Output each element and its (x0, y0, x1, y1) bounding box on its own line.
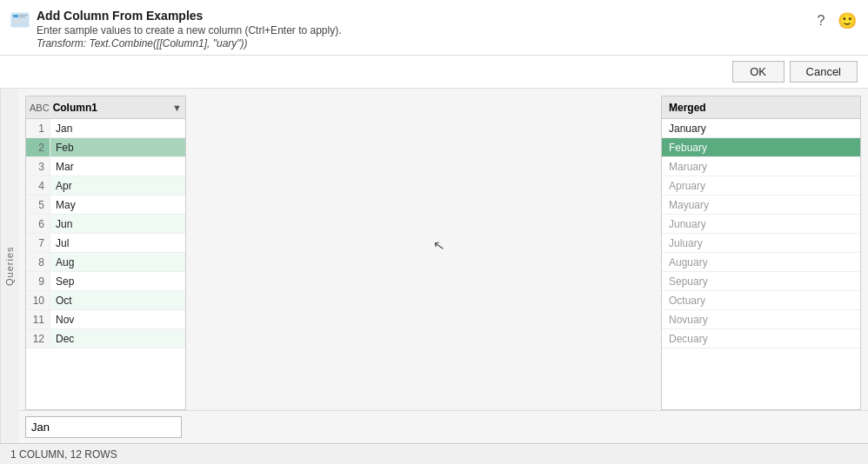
row-cell[interactable]: Sep (50, 275, 74, 288)
row-number: 12 (26, 329, 50, 348)
tables-area: ABC Column1 ▼ 1 Jan 2 Feb 3 Mar (18, 89, 868, 410)
empty-area: ↖ (186, 96, 661, 410)
dialog-subtitle: Enter sample values to create a new colu… (37, 24, 811, 36)
cancel-button[interactable]: Cancel (790, 61, 858, 83)
row-cell[interactable]: Mar (50, 161, 74, 173)
row-cell[interactable]: Feb (50, 142, 74, 154)
row-cell[interactable]: Jan (50, 123, 72, 135)
table-row: 3 Mar (26, 157, 185, 176)
row-cell[interactable]: Nov (50, 314, 74, 326)
right-table-row: Octuary (662, 291, 860, 310)
dialog-top-actions: ? 🙂 (811, 9, 858, 31)
row-cell[interactable]: Aug (50, 256, 74, 268)
right-table-row: Auguary (662, 253, 860, 272)
buttons-row: OK Cancel (0, 56, 868, 89)
row-cell[interactable]: Apr (50, 180, 72, 192)
status-bar: 1 COLUMN, 12 ROWS (0, 443, 868, 464)
right-table-row: January (662, 119, 860, 138)
column-type-icon: ABC (30, 103, 50, 113)
dialog-text: Add Column From Examples Enter sample va… (37, 9, 811, 50)
row-cell[interactable]: Oct (50, 295, 72, 307)
dialog-transform: Transform: Text.Combine([[Column1], "uar… (37, 37, 811, 50)
right-table-row: Juluary (662, 234, 860, 253)
row-number: 7 (26, 234, 50, 252)
left-table: ABC Column1 ▼ 1 Jan 2 Feb 3 Mar (25, 96, 186, 410)
input-area (18, 410, 868, 443)
table-row: 12 Dec (26, 329, 185, 348)
right-table-row: Novuary (662, 310, 860, 329)
row-cell[interactable]: Jul (50, 237, 69, 249)
row-number: 8 (26, 253, 50, 271)
right-table-row: Decuary (662, 329, 860, 348)
column-sort-icon[interactable]: ▼ (172, 103, 182, 113)
right-table-row: Apruary (662, 176, 860, 196)
right-table-header: Merged (662, 96, 860, 119)
table-row: 8 Aug (26, 253, 185, 272)
left-table-header: ABC Column1 ▼ (26, 96, 185, 119)
row-number: 2 (26, 138, 50, 156)
row-cell[interactable]: May (50, 199, 76, 211)
status-text: 1 COLUMN, 12 ROWS (10, 448, 117, 461)
help-icon[interactable]: ? (811, 10, 831, 31)
svg-rect-6 (13, 23, 22, 23)
cursor-icon: ↖ (431, 236, 445, 255)
row-number: 1 (26, 119, 50, 137)
example-input[interactable] (25, 416, 182, 438)
right-table-row: Junuary (662, 215, 860, 234)
right-table-row: Febuary (662, 138, 860, 157)
table-row: 6 Jun (26, 215, 185, 234)
svg-rect-2 (19, 15, 28, 16)
row-number: 4 (26, 176, 50, 195)
table-row: 4 Apr (26, 176, 185, 196)
table-row: 2 Feb (26, 138, 185, 157)
row-number: 10 (26, 291, 50, 309)
row-cell[interactable]: Dec (50, 333, 74, 345)
row-number: 5 (26, 196, 50, 214)
table-row: 10 Oct (26, 291, 185, 310)
right-table-row: Maruary (662, 157, 860, 176)
feedback-icon[interactable]: 🙂 (837, 10, 858, 31)
row-number: 9 (26, 272, 50, 290)
ok-button[interactable]: OK (732, 61, 785, 83)
svg-rect-5 (13, 21, 27, 22)
row-number: 3 (26, 157, 50, 176)
table-row: 11 Nov (26, 310, 185, 329)
svg-rect-3 (19, 17, 25, 17)
svg-rect-1 (13, 15, 18, 17)
table-row: 9 Sep (26, 272, 185, 291)
right-table: Merged January Febuary Maruary Apruary M… (661, 96, 861, 410)
sidebar-label: Queries (0, 89, 18, 443)
row-cell[interactable]: Jun (50, 218, 72, 230)
row-number: 6 (26, 215, 50, 233)
right-table-row: Mayuary (662, 196, 860, 215)
dialog-icon (10, 10, 30, 30)
right-table-row: Sepuary (662, 272, 860, 291)
content-area: ABC Column1 ▼ 1 Jan 2 Feb 3 Mar (18, 89, 868, 443)
dialog-title: Add Column From Examples (37, 9, 811, 23)
column-name: Column1 (53, 102, 169, 114)
table-row: 1 Jan (26, 119, 185, 138)
svg-rect-4 (13, 19, 27, 20)
main-content: Queries ABC Column1 ▼ 1 Jan 2 Feb (0, 89, 868, 443)
row-number: 11 (26, 310, 50, 328)
table-row: 7 Jul (26, 234, 185, 253)
dialog-header: Add Column From Examples Enter sample va… (0, 0, 868, 56)
table-row: 5 May (26, 196, 185, 215)
